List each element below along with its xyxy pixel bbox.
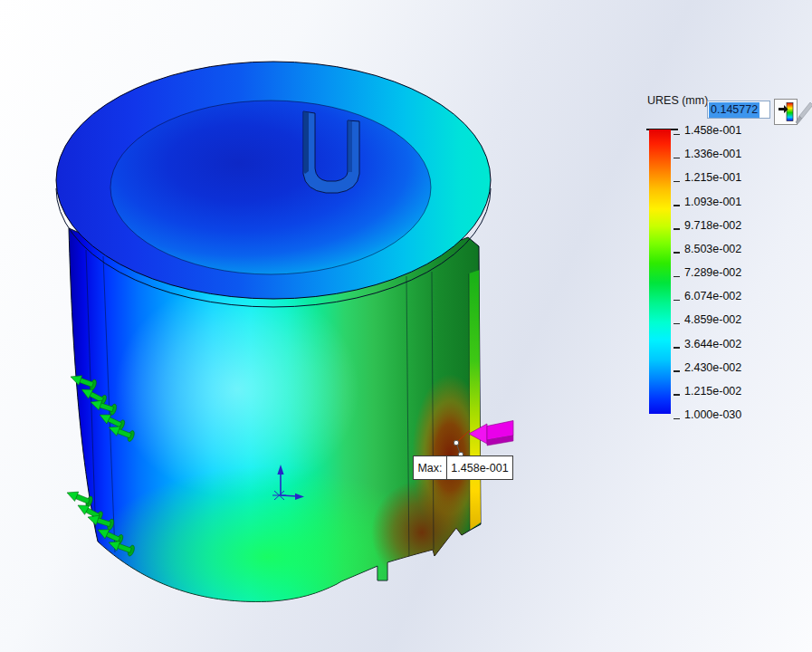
legend-tick-mark bbox=[673, 276, 680, 278]
legend-tick: 6.074e-002 bbox=[673, 287, 741, 303]
legend-title: URES (mm) bbox=[647, 94, 708, 107]
result-legend: URES (mm) 0.145772 bbox=[634, 91, 812, 435]
legend-tick-label: 9.718e-002 bbox=[684, 218, 741, 233]
legend-tick-label: 3.644e-002 bbox=[684, 337, 741, 351]
model-bowl[interactable] bbox=[110, 101, 431, 274]
legend-tick-mark bbox=[673, 323, 680, 325]
legend-tick-label: 1.093e-001 bbox=[684, 195, 741, 209]
legend-tick: 4.859e-002 bbox=[673, 311, 741, 327]
legend-tick-mark bbox=[673, 300, 680, 302]
legend-tick: 9.718e-002 bbox=[673, 216, 741, 233]
legend-tick-mark bbox=[673, 134, 680, 136]
legend-tick-label: 4.859e-002 bbox=[684, 312, 741, 327]
edge-strip bbox=[469, 270, 481, 530]
legend-tick-mark bbox=[673, 158, 680, 159]
colorbar-flip-icon bbox=[777, 101, 795, 122]
legend-tick-mark bbox=[673, 370, 680, 372]
legend-tick-label: 1.000e-030 bbox=[684, 408, 741, 422]
probe-wand-icon bbox=[793, 101, 812, 125]
max-annotation[interactable]: Max: 1.458e-001 bbox=[413, 455, 513, 480]
legend-tick: 1.215e-001 bbox=[673, 168, 741, 185]
legend-tick: 1.093e-001 bbox=[673, 193, 741, 209]
legend-tick-mark bbox=[673, 228, 680, 230]
legend-tick-label: 1.215e-002 bbox=[684, 384, 741, 398]
legend-tick: 1.215e-002 bbox=[673, 382, 741, 398]
legend-tick: 1.458e-001 bbox=[673, 121, 741, 138]
legend-tick-mark bbox=[673, 205, 680, 206]
legend-tick: 3.644e-002 bbox=[673, 335, 741, 351]
legend-tick: 1.000e-030 bbox=[673, 406, 741, 422]
legend-tick-label: 1.215e-001 bbox=[684, 170, 741, 185]
legend-tick-mark bbox=[673, 394, 680, 396]
legend-tick-label: 6.074e-002 bbox=[684, 289, 741, 303]
legend-tick: 2.430e-002 bbox=[673, 359, 741, 375]
graphics-viewport[interactable]: URES (mm) 0.145772 bbox=[0, 0, 812, 652]
legend-tick-label: 8.503e-002 bbox=[684, 242, 741, 256]
legend-tick: 8.503e-002 bbox=[673, 240, 741, 256]
legend-tick-label: 7.289e-002 bbox=[684, 265, 741, 280]
legend-tick-mark bbox=[673, 347, 680, 349]
legend-ticks: 1.458e-0011.336e-0011.215e-0011.093e-001… bbox=[673, 129, 809, 428]
max-annotation-value: 1.458e-001 bbox=[447, 456, 512, 479]
legend-tick-mark bbox=[673, 418, 680, 420]
legend-max-input-value: 0.145772 bbox=[709, 102, 759, 118]
legend-tick-label: 1.458e-001 bbox=[684, 123, 741, 138]
colorbar bbox=[649, 129, 671, 414]
legend-tick-mark bbox=[673, 181, 680, 183]
legend-tick-label: 1.336e-001 bbox=[684, 147, 741, 161]
legend-tick-label: 2.430e-002 bbox=[684, 360, 741, 375]
legend-tick-mark bbox=[673, 252, 680, 254]
legend-max-input[interactable]: 0.145772 bbox=[707, 101, 770, 119]
max-annotation-label: Max: bbox=[414, 456, 447, 479]
legend-tick: 1.336e-001 bbox=[673, 145, 741, 161]
legend-tick: 7.289e-002 bbox=[673, 264, 741, 280]
